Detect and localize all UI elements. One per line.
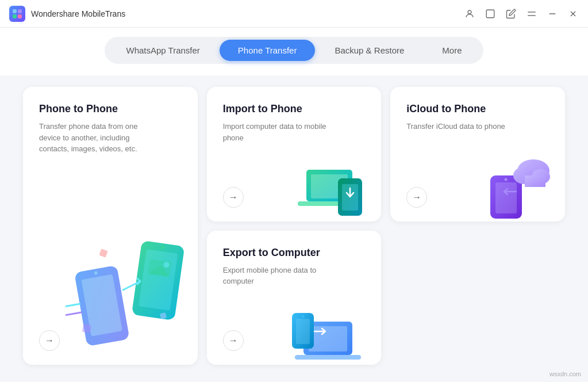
card-phone-to-phone: Phone to Phone Transfer phone data from … [23, 87, 198, 365]
svg-rect-0 [13, 9, 17, 13]
import-title: Import to Phone [223, 103, 366, 115]
titlebar-left: Wondershare MobileTrans [9, 6, 125, 22]
card-import-to-phone: Import to Phone Import computer data to … [207, 87, 382, 221]
svg-rect-22 [82, 324, 91, 333]
svg-rect-3 [18, 14, 22, 18]
phone-to-phone-illustration [66, 232, 192, 359]
nav-tabs: WhatsApp Transfer Phone Transfer Backup … [105, 37, 483, 64]
svg-point-40 [302, 315, 304, 318]
phone-to-phone-arrow[interactable]: → [39, 330, 60, 351]
phone-to-phone-desc: Transfer phone data from one device to a… [39, 121, 154, 155]
svg-rect-37 [295, 355, 361, 360]
tab-phone-transfer[interactable]: Phone Transfer [220, 40, 316, 61]
export-title: Export to Computer [223, 247, 366, 259]
svg-rect-5 [486, 10, 494, 18]
titlebar: Wondershare MobileTrans [0, 0, 588, 28]
edit-icon[interactable] [505, 8, 517, 20]
main-content: Phone to Phone Transfer phone data from … [0, 75, 588, 382]
square-icon[interactable] [485, 8, 496, 20]
svg-rect-36 [309, 326, 347, 352]
menu-icon[interactable] [526, 8, 537, 20]
svg-rect-2 [13, 14, 17, 18]
import-illustration [295, 152, 375, 221]
icloud-illustration [479, 147, 559, 221]
tab-more[interactable]: More [424, 40, 480, 61]
svg-rect-29 [495, 182, 517, 213]
card-icloud-to-phone: iCloud to Phone Transfer iCloud data to … [390, 87, 565, 221]
app-logo [9, 6, 25, 22]
svg-rect-39 [296, 319, 310, 344]
phone-to-phone-title: Phone to Phone [39, 103, 182, 115]
person-icon[interactable] [464, 8, 475, 20]
app-name: Wondershare MobileTrans [31, 9, 125, 18]
icloud-title: iCloud to Phone [406, 103, 549, 115]
import-desc: Import computer data to mobile phone [223, 121, 338, 143]
card-export-to-computer: Export to Computer Export mobile phone d… [207, 231, 382, 365]
svg-point-4 [468, 10, 471, 14]
minimize-icon[interactable] [547, 8, 558, 20]
svg-rect-1 [18, 9, 22, 13]
icloud-arrow[interactable]: → [406, 187, 427, 208]
export-desc: Export mobile phone data to computer [223, 265, 338, 287]
import-arrow[interactable]: → [223, 187, 244, 208]
svg-rect-20 [99, 249, 107, 257]
watermark: wsxdn.com [549, 370, 581, 377]
nav-area: WhatsApp Transfer Phone Transfer Backup … [0, 28, 588, 75]
tab-backup-restore[interactable]: Backup & Restore [316, 40, 422, 61]
export-illustration [289, 290, 375, 365]
icloud-desc: Transfer iCloud data to phone [406, 121, 521, 132]
svg-point-30 [504, 178, 507, 181]
export-arrow[interactable]: → [223, 330, 244, 351]
tab-whatsapp-transfer[interactable]: WhatsApp Transfer [107, 40, 218, 61]
close-icon[interactable] [567, 8, 579, 20]
titlebar-controls [464, 8, 579, 20]
svg-rect-34 [525, 175, 545, 187]
